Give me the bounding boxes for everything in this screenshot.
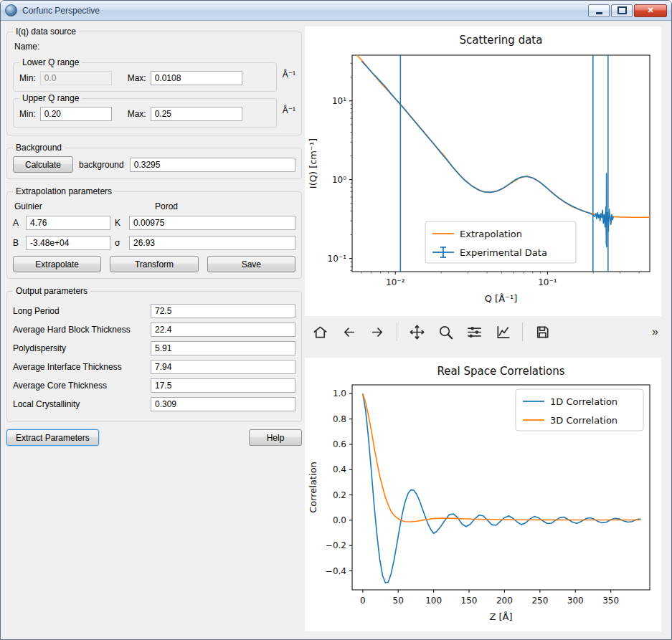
long-period-input[interactable]	[151, 304, 295, 318]
app-icon	[5, 4, 17, 16]
save-button[interactable]: Save	[207, 256, 295, 272]
upper-q-group: Upper Q range Min: Max:	[13, 93, 277, 128]
svg-text:10⁻²: 10⁻²	[386, 277, 405, 287]
scattering-chart-panel: Scattering data10⁻²10⁻¹10⁻¹10⁰10¹Q [Å⁻¹]…	[305, 27, 661, 316]
parameters-panel: I(q) data source Name: Lower Q range Min…	[6, 27, 302, 634]
calculate-button[interactable]: Calculate	[13, 156, 73, 173]
svg-text:0.8: 0.8	[333, 414, 346, 424]
corfunc-window: Corfunc Perspective ✕ I(q) data source N…	[0, 0, 672, 640]
svg-text:10⁰: 10⁰	[332, 175, 346, 185]
forward-icon[interactable]	[368, 323, 387, 341]
svg-text:10¹: 10¹	[332, 96, 346, 106]
guinier-b-input[interactable]	[26, 236, 110, 250]
plots-panel: Scattering data10⁻²10⁻¹10⁻¹10⁰10¹Q [Å⁻¹]…	[305, 27, 666, 634]
plot-toolbar: »	[305, 316, 666, 348]
svg-text:250: 250	[531, 596, 548, 606]
svg-text:50: 50	[393, 596, 404, 606]
hard-block-input[interactable]	[151, 323, 295, 337]
data-source-title: I(q) data source	[13, 27, 79, 37]
output-row: Long Period	[13, 304, 295, 318]
titlebar[interactable]: Corfunc Perspective ✕	[1, 1, 671, 21]
local-crystallinity-label: Local Crystallinity	[13, 399, 151, 409]
toolbar-overflow-button[interactable]: »	[652, 325, 660, 338]
background-label: background	[79, 160, 124, 170]
svg-text:−0.2: −0.2	[326, 540, 346, 550]
svg-text:200: 200	[496, 596, 513, 606]
svg-text:Experimental Data: Experimental Data	[460, 247, 547, 258]
svg-text:150: 150	[461, 596, 478, 606]
correlation-chart-panel: Real Space Correlations05010015020025030…	[305, 358, 661, 631]
svg-text:0: 0	[360, 596, 366, 606]
svg-text:Real Space Correlations: Real Space Correlations	[437, 365, 564, 378]
porod-k-input[interactable]	[129, 216, 295, 230]
output-title: Output parameters	[13, 286, 90, 296]
polydispersity-label: Polydispersity	[13, 343, 151, 353]
svg-text:10⁻¹: 10⁻¹	[538, 277, 557, 287]
toolbar-separator	[522, 323, 523, 341]
upper-q-max-label: Max:	[128, 109, 146, 119]
svg-text:100: 100	[425, 596, 442, 606]
local-crystallinity-input[interactable]	[151, 397, 295, 411]
svg-text:Scattering data: Scattering data	[460, 34, 543, 47]
interface-thickness-input[interactable]	[151, 360, 295, 374]
maximize-icon	[617, 6, 627, 14]
name-label: Name:	[14, 42, 295, 52]
zoom-icon[interactable]	[436, 323, 455, 341]
svg-text:0.2: 0.2	[333, 490, 346, 500]
lower-q-title: Lower Q range	[19, 57, 82, 67]
customize-axes-icon[interactable]	[493, 323, 512, 341]
svg-text:Correlation: Correlation	[308, 462, 318, 513]
scattering-plot[interactable]: Scattering data10⁻²10⁻¹10⁻¹10⁰10¹Q [Å⁻¹]…	[305, 27, 661, 316]
help-button[interactable]: Help	[249, 429, 302, 446]
lower-q-max-input[interactable]	[151, 71, 242, 85]
pan-icon[interactable]	[407, 323, 426, 341]
upper-q-min-label: Min:	[19, 109, 36, 119]
long-period-label: Long Period	[13, 306, 151, 316]
minimize-button[interactable]	[588, 4, 610, 17]
svg-text:10⁻¹: 10⁻¹	[328, 254, 347, 264]
lower-q-max-label: Max:	[128, 73, 146, 83]
hard-block-label: Average Hard Block Thickness	[13, 325, 151, 335]
svg-text:0.6: 0.6	[333, 439, 346, 449]
interface-thickness-label: Average Interface Thickness	[13, 362, 151, 372]
subplots-icon[interactable]	[465, 323, 483, 341]
upper-q-max-input[interactable]	[151, 107, 242, 121]
correlation-plot[interactable]: Real Space Correlations05010015020025030…	[305, 358, 661, 631]
transform-button[interactable]: Transform	[110, 256, 198, 272]
window-title: Corfunc Perspective	[22, 6, 100, 16]
svg-text:Extrapolation: Extrapolation	[460, 229, 522, 239]
output-row: Local Crystallinity	[13, 397, 295, 411]
svg-text:0.0: 0.0	[333, 515, 346, 525]
background-input[interactable]	[130, 158, 295, 172]
lower-q-group: Lower Q range Min: Max:	[13, 57, 277, 92]
polydispersity-input[interactable]	[151, 341, 295, 355]
save-icon[interactable]	[533, 323, 552, 341]
back-icon[interactable]	[339, 323, 358, 341]
k-label: K	[115, 218, 125, 228]
core-thickness-input[interactable]	[151, 378, 295, 393]
upper-q-min-input[interactable]	[40, 107, 112, 121]
svg-text:350: 350	[602, 596, 619, 606]
guinier-a-input[interactable]	[26, 216, 110, 230]
background-title: Background	[13, 143, 65, 153]
porod-sigma-input[interactable]	[129, 236, 295, 250]
extract-parameters-button[interactable]: Extract Parameters	[6, 429, 99, 446]
lower-q-unit: Å⁻¹	[283, 70, 295, 80]
svg-text:1D Correlation: 1D Correlation	[550, 396, 617, 407]
sigma-label: σ	[115, 238, 125, 248]
extrapolation-group: Extrapolation parameters Guinier Porod A…	[6, 186, 302, 279]
home-icon[interactable]	[311, 323, 329, 341]
extrapolate-button[interactable]: Extrapolate	[13, 256, 101, 272]
output-row: Average Core Thickness	[13, 378, 295, 393]
background-group: Background Calculate background	[6, 143, 302, 179]
svg-text:Q [Å⁻¹]: Q [Å⁻¹]	[485, 293, 517, 304]
svg-text:I(Q) [cm⁻¹]: I(Q) [cm⁻¹]	[308, 138, 318, 188]
close-button[interactable]: ✕	[634, 4, 667, 17]
output-row: Average Interface Thickness	[13, 360, 295, 374]
extrapolation-title: Extrapolation parameters	[13, 186, 115, 196]
a-label: A	[13, 218, 22, 228]
svg-text:3D Correlation: 3D Correlation	[550, 415, 617, 426]
svg-text:Z [Å]: Z [Å]	[489, 611, 512, 622]
close-icon: ✕	[647, 6, 653, 15]
maximize-button[interactable]	[611, 4, 633, 17]
